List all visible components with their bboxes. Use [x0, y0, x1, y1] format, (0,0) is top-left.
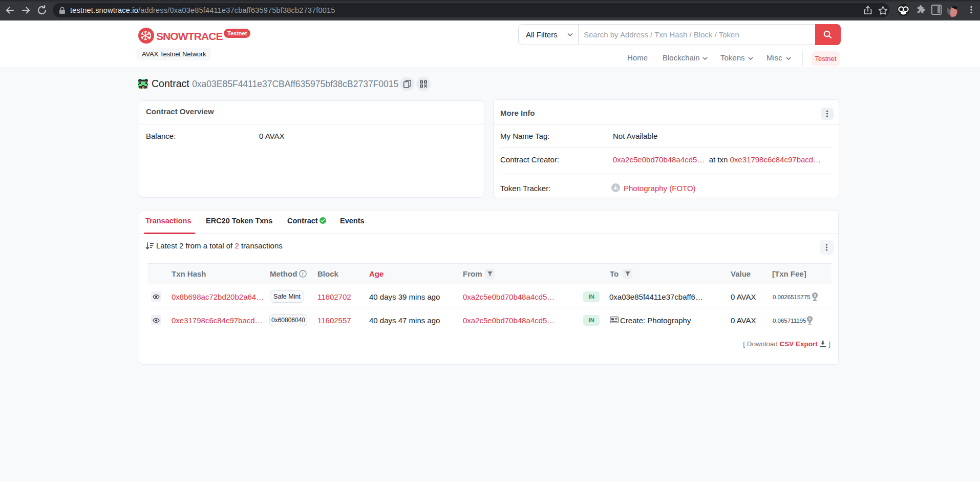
svg-text:$: $ [814, 293, 816, 298]
svg-text:$: $ [808, 317, 811, 321]
